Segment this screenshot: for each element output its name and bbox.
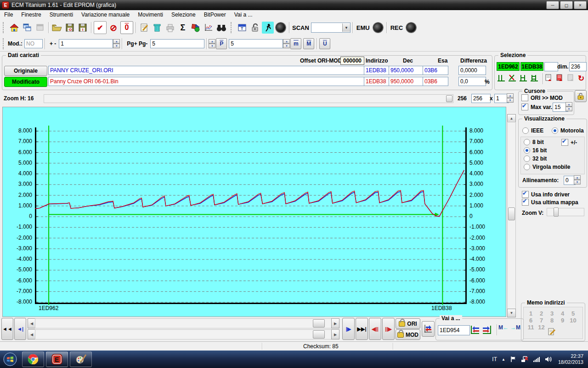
cascade-windows-icon[interactable]: [21, 22, 33, 34]
usa-info-checkbox[interactable]: [522, 191, 529, 198]
radio-32bit-row[interactable]: 32 bit: [524, 155, 547, 162]
plusminus-checkbox[interactable]: [561, 139, 568, 146]
radio-8bit-row[interactable]: 8 bit: [524, 139, 544, 145]
apply-check-icon[interactable]: ✔: [94, 21, 107, 34]
reset-zero-icon[interactable]: 0: [120, 21, 133, 34]
cancel-changes-icon[interactable]: ⊘: [107, 22, 119, 34]
menu-item-variazione-manuale[interactable]: Variazione manuale: [77, 11, 134, 19]
mod-view-button[interactable]: MOD: [396, 329, 420, 340]
select-cursor-icon[interactable]: [518, 73, 528, 83]
hscroll1-thumb[interactable]: [313, 319, 325, 328]
usa-mappa-row[interactable]: Usa ultima mappa: [522, 199, 578, 206]
hscroll2-right-button[interactable]: ▶: [331, 329, 339, 339]
undo-icon[interactable]: U: [319, 38, 330, 49]
radio-motorola[interactable]: [552, 127, 558, 134]
max-var-checkbox[interactable]: [521, 104, 528, 110]
network-disconnected-icon[interactable]: [521, 356, 528, 362]
menu-item-selezione[interactable]: Selezione: [167, 11, 200, 19]
min-value-icon[interactable]: m: [290, 38, 301, 49]
radio-ieee-row[interactable]: IEEE: [522, 127, 543, 134]
memo-slot[interactable]: 11: [526, 324, 536, 331]
memo-slot[interactable]: 12: [536, 324, 547, 331]
select-start-icon[interactable]: [496, 73, 506, 83]
hscroll1-track[interactable]: [35, 318, 332, 328]
chart-plot[interactable]: [35, 126, 467, 305]
goto-first-button[interactable]: ◄◄: [1, 318, 13, 340]
selection-extra-field[interactable]: [544, 62, 558, 71]
prev-diff-button[interactable]: ◀||: [369, 318, 381, 340]
radio-16bit[interactable]: [524, 147, 530, 154]
memo-slot[interactable]: 1: [526, 310, 536, 317]
language-indicator[interactable]: IT: [492, 356, 497, 362]
hscroll1-right-button[interactable]: ▶: [331, 318, 339, 328]
refresh-icon[interactable]: ↻: [576, 73, 586, 83]
hscroll2-thumb[interactable]: [313, 330, 325, 339]
memo-back-icon[interactable]: M←: [498, 324, 509, 331]
next-diff-button[interactable]: ||▶: [382, 318, 395, 340]
radio-virgola-row[interactable]: Virgola mobile: [524, 164, 570, 170]
lock-button[interactable]: [575, 90, 587, 102]
home-icon[interactable]: [8, 22, 20, 34]
signal-strength-icon[interactable]: [533, 356, 540, 362]
zoomh-slider-thumb[interactable]: [446, 95, 452, 102]
zoomh-size-field[interactable]: 256: [471, 94, 491, 103]
originale-file-field[interactable]: PANNY CRUZE_ORI.ORI: [48, 66, 365, 75]
chevron-down-icon[interactable]: ▼: [342, 23, 350, 32]
action-center-flag-icon[interactable]: [510, 356, 516, 362]
step-field[interactable]: 1: [59, 39, 113, 48]
vscroll-track[interactable]: [507, 122, 516, 310]
zoomv-slider[interactable]: [547, 208, 584, 216]
zoomh-slider[interactable]: [44, 94, 453, 103]
memo-slot[interactable]: 2: [536, 310, 547, 317]
memo-slot[interactable]: 7: [536, 317, 547, 324]
chart-area[interactable]: 8.0007.0006.0005.0004.0003.0002.0001.000…: [2, 107, 506, 317]
selection-start-field[interactable]: 1ED962: [497, 62, 520, 71]
shapes-icon[interactable]: [190, 22, 202, 34]
ori-mod-checkbox[interactable]: [521, 94, 528, 101]
unlock-icon[interactable]: [249, 22, 261, 34]
max-var-checkbox-row[interactable]: Max var.: [521, 104, 552, 110]
menu-item-vai-a-[interactable]: Vai a ...: [230, 11, 257, 19]
taskbar-chrome-button[interactable]: [22, 351, 44, 367]
edit-notes-icon[interactable]: [138, 22, 150, 34]
step-forward-button[interactable]: |▶: [342, 318, 355, 340]
memo-slot[interactable]: 4: [557, 310, 568, 317]
goto-mod-icon[interactable]: [482, 325, 492, 336]
allineamento-spinner[interactable]: ▲▼: [574, 175, 581, 184]
close-button[interactable]: ×: [574, 1, 587, 9]
radio-motorola-row[interactable]: Motorola: [552, 127, 584, 134]
max-var-spinner[interactable]: ▲▼: [565, 102, 572, 111]
hscroll2-track[interactable]: [35, 329, 332, 339]
memo-slot[interactable]: 9: [557, 317, 568, 324]
compare-axes-button[interactable]: [422, 321, 435, 337]
plusminus-checkbox-row[interactable]: +/-: [561, 139, 577, 146]
search-binoculars-icon[interactable]: [215, 22, 227, 34]
start-button[interactable]: [0, 351, 20, 368]
driver-run-icon[interactable]: [262, 22, 274, 34]
copy-sel-mod-icon[interactable]: [555, 73, 565, 83]
maximize-button[interactable]: ◻: [560, 1, 573, 9]
vscroll-down-button[interactable]: ▼: [507, 309, 516, 317]
radio-16bit-row[interactable]: 16 bit: [524, 147, 547, 154]
ori-mod-checkbox-row[interactable]: ORI >> MOD: [521, 94, 563, 101]
tray-expand-icon[interactable]: ▲: [502, 357, 505, 362]
vai-a-field[interactable]: 1ED954: [438, 325, 470, 335]
menu-item-movimenti[interactable]: Movimenti: [134, 11, 167, 19]
memo-slot[interactable]: 6: [526, 317, 536, 324]
goto-ori-icon[interactable]: [470, 325, 480, 336]
volume-icon[interactable]: [545, 356, 552, 362]
radio-ieee[interactable]: [522, 127, 529, 134]
menu-item-finestre[interactable]: Finestre: [17, 11, 45, 19]
minimize-button[interactable]: ─: [546, 1, 559, 9]
chart-icon[interactable]: [203, 22, 215, 34]
p-field[interactable]: 5: [229, 39, 283, 48]
open-file-icon[interactable]: [51, 22, 63, 34]
memo-slot[interactable]: 8: [547, 317, 557, 324]
modificato-file-field[interactable]: Panny Cruze ORI 06-01.Bin: [48, 77, 365, 86]
save-mod-icon[interactable]: I: [77, 22, 89, 34]
memo-edit-icon[interactable]: [548, 328, 556, 337]
selection-end-field[interactable]: 1EDB38: [520, 62, 543, 71]
radio-32bit[interactable]: [524, 155, 530, 162]
max-value-icon[interactable]: M: [303, 38, 314, 49]
memo-forward-icon[interactable]: →M: [510, 324, 520, 331]
